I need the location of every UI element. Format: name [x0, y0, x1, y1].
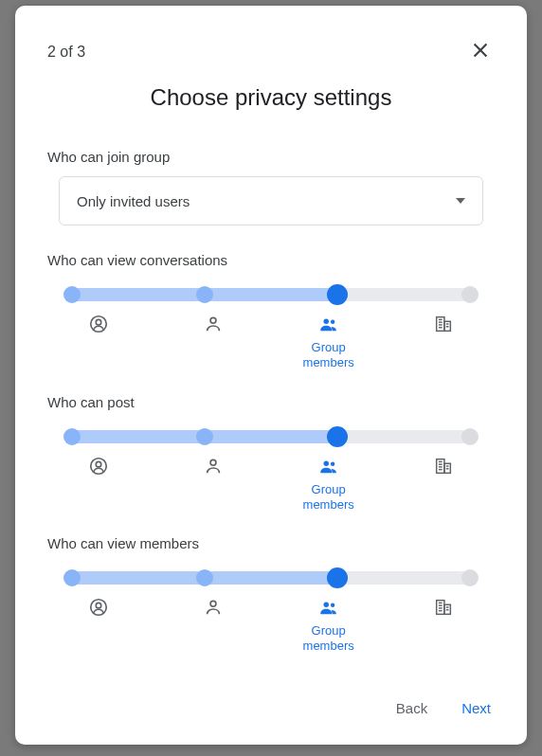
person-circle-icon — [88, 314, 109, 334]
svg-point-15 — [91, 458, 107, 474]
slider-stops-row: Group members — [61, 456, 481, 513]
slider-stop[interactable] — [175, 456, 251, 513]
slider-stop[interactable]: Group members — [291, 597, 367, 655]
slider-stop-handle[interactable] — [63, 428, 81, 445]
next-button[interactable]: Next — [458, 693, 495, 724]
join-group-label: Who can join group — [47, 149, 495, 165]
group-icon — [318, 314, 339, 334]
person-circle-icon — [88, 456, 109, 477]
slider-label: Who can post — [47, 394, 495, 410]
slider-stop-label: Group members — [291, 482, 367, 513]
slider-stops-row: Group members — [61, 314, 481, 371]
slider-stop[interactable] — [406, 456, 481, 513]
svg-point-17 — [210, 459, 216, 465]
privacy-settings-modal: 2 of 3 Choose privacy settings Who can j… — [15, 6, 527, 745]
organization-icon — [433, 314, 454, 334]
close-icon — [470, 40, 491, 61]
slider-stop[interactable]: Group members — [291, 456, 367, 513]
svg-point-32 — [331, 603, 334, 607]
slider-label: Who can view members — [47, 535, 495, 551]
svg-point-3 — [96, 319, 101, 325]
svg-point-2 — [91, 316, 107, 333]
svg-point-30 — [210, 601, 216, 606]
person-icon — [203, 597, 224, 618]
wizard-footer: Back Next — [47, 683, 495, 724]
slider-stop-label: Group members — [291, 623, 367, 655]
svg-point-19 — [331, 461, 334, 465]
slider-stop-handle[interactable] — [196, 286, 213, 303]
slider-stop[interactable] — [175, 597, 251, 655]
slider-stop-handle[interactable] — [461, 569, 479, 586]
slider-stop-handle[interactable] — [327, 426, 348, 447]
organization-icon — [433, 456, 454, 477]
group-icon — [318, 597, 339, 618]
back-button[interactable]: Back — [392, 693, 431, 724]
person-circle-icon — [88, 597, 109, 618]
svg-point-16 — [96, 461, 101, 467]
slider-stop-label: Group members — [291, 340, 367, 371]
slider-stop-handle[interactable] — [327, 284, 348, 305]
close-button[interactable] — [466, 36, 495, 67]
slider-stop[interactable] — [175, 314, 251, 371]
svg-point-29 — [96, 603, 101, 608]
group-icon — [318, 456, 339, 477]
person-icon — [203, 456, 224, 477]
sliders-container: Who can view conversationsGroup membersW… — [47, 252, 495, 677]
slider-track[interactable] — [72, 427, 470, 446]
slider-stop-handle[interactable] — [196, 428, 213, 445]
svg-point-18 — [323, 460, 329, 466]
slider-stop-handle[interactable] — [461, 286, 479, 303]
slider-stop[interactable] — [406, 597, 481, 655]
organization-icon — [433, 597, 454, 618]
join-group-select[interactable]: Only invited users — [59, 176, 483, 225]
slider-stop[interactable] — [61, 597, 136, 655]
person-icon — [203, 314, 224, 334]
slider-stop[interactable] — [61, 456, 136, 513]
svg-point-5 — [323, 319, 329, 325]
privacy-slider: Who can view conversationsGroup members — [47, 252, 495, 371]
privacy-slider: Who can view membersGroup members — [47, 535, 495, 655]
slider-stop-handle[interactable] — [461, 428, 479, 445]
slider-stop[interactable] — [406, 314, 481, 371]
svg-point-28 — [91, 600, 107, 616]
svg-point-6 — [331, 320, 334, 324]
slider-stop-handle[interactable] — [63, 286, 81, 303]
slider-stop-handle[interactable] — [327, 567, 348, 588]
slider-stop[interactable] — [61, 314, 136, 371]
slider-stops-row: Group members — [61, 597, 481, 655]
slider-track[interactable] — [72, 568, 470, 587]
chevron-down-icon — [456, 198, 465, 204]
privacy-slider: Who can postGroup members — [47, 394, 495, 513]
slider-stop[interactable]: Group members — [291, 314, 367, 371]
slider-stop-handle[interactable] — [63, 569, 81, 586]
join-group-value: Only invited users — [77, 193, 190, 209]
svg-point-4 — [210, 317, 216, 323]
svg-point-31 — [323, 603, 329, 608]
page-title: Choose privacy settings — [47, 84, 495, 111]
slider-stop-handle[interactable] — [196, 569, 213, 586]
modal-header: 2 of 3 — [47, 36, 495, 67]
step-indicator: 2 of 3 — [47, 44, 85, 61]
slider-track[interactable] — [72, 285, 470, 304]
slider-label: Who can view conversations — [47, 252, 495, 268]
